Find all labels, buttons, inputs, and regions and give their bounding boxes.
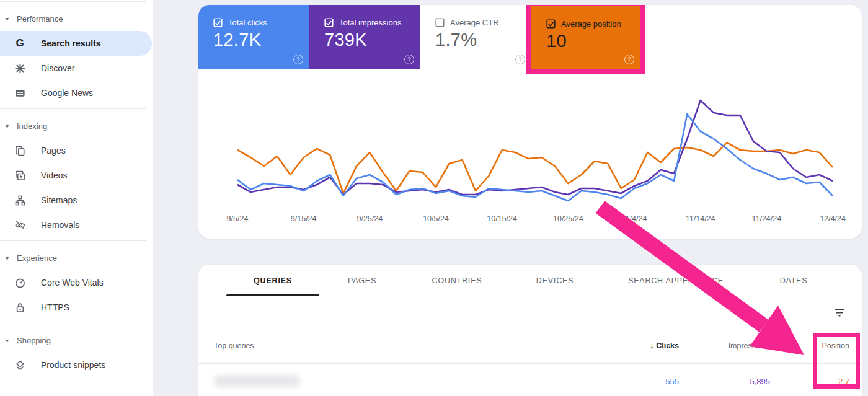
filter-icon[interactable] (832, 305, 847, 320)
chevron-down-icon: ▾ (6, 337, 17, 344)
metric-card-total-impressions[interactable]: Total impressions739K? (309, 5, 420, 69)
sidebar-item-google-news[interactable]: Google News (0, 81, 153, 105)
tab-countries[interactable]: COUNTRIES (432, 265, 482, 296)
sidebar-section-experience[interactable]: ▾Experience (0, 245, 153, 270)
sidebar-item-removals[interactable]: Removals (0, 213, 153, 237)
table-row[interactable]: 5555,8952.7 (198, 364, 862, 396)
metric-cards: Total clicks12.7K?Total impressions739K?… (198, 5, 862, 69)
metric-card-average-position[interactable]: Average position10? (531, 6, 640, 69)
sidebar-item-label: Core Web Vitals (41, 278, 104, 288)
google-g-icon: G (14, 37, 26, 50)
sidebar-section-label: Experience (17, 253, 57, 263)
https-icon (14, 301, 26, 314)
sidebar-item-label: Discover (41, 63, 74, 73)
metric-label: Average position (561, 19, 621, 29)
dimension-tabs: QUERIESPAGESCOUNTRIESDEVICESSEARCH APPEA… (198, 265, 862, 296)
sidebar-section-indexing[interactable]: ▾Indexing (0, 113, 153, 138)
help-icon[interactable]: ? (624, 55, 634, 64)
sidebar-item-sitemaps[interactable]: Sitemaps (0, 188, 153, 213)
tab-queries[interactable]: QUERIES (254, 265, 292, 296)
help-icon[interactable]: ? (293, 55, 303, 64)
unchecked-checkbox-icon[interactable] (435, 18, 445, 27)
table-header-row: Top queries↓ClicksImpressionsPosition (198, 328, 862, 364)
metric-label: Total clicks (228, 18, 267, 27)
checked-checkbox-icon[interactable] (213, 18, 223, 27)
x-tick-label: 9/15/24 (291, 214, 317, 223)
sidebar-item-product-snippets[interactable]: Product snippets (0, 353, 153, 377)
help-icon[interactable]: ? (404, 55, 414, 64)
tab-devices[interactable]: DEVICES (536, 265, 574, 296)
tab-search-appearance[interactable]: SEARCH APPEARANCE (628, 265, 724, 296)
x-tick-label: 11/24/24 (751, 214, 781, 223)
active-tab-underline (226, 294, 319, 296)
sidebar-item-https[interactable]: HTTPS (0, 295, 153, 320)
x-tick-label: 9/5/24 (227, 214, 249, 223)
clicks-value: 555 (484, 377, 679, 386)
sidebar-item-label: Product snippets (41, 360, 105, 370)
metric-value: 739K (309, 30, 420, 50)
chevron-down-icon: ▾ (6, 15, 17, 22)
sidebar-item-discover[interactable]: Discover (0, 56, 153, 81)
sidebar-item-pages[interactable]: Pages (0, 138, 153, 163)
sidebar-section-label: Indexing (17, 121, 47, 131)
column-header-top-queries[interactable]: Top queries (198, 341, 484, 350)
sidebar-item-label: Search results (41, 38, 101, 48)
column-header-impressions[interactable]: Impressions (679, 341, 770, 350)
sidebar-divider (0, 1, 146, 2)
help-icon[interactable]: ? (515, 55, 525, 64)
performance-line-chart[interactable] (198, 69, 862, 213)
x-tick-label: 9/25/24 (356, 214, 383, 223)
x-tick-label: 12/4/24 (820, 214, 846, 223)
dimensions-table-card: QUERIESPAGESCOUNTRIESDEVICESSEARCH APPEA… (198, 265, 862, 396)
chevron-down-icon: ▾ (6, 255, 17, 262)
sidebar-section-shopping[interactable]: ▾Shopping (0, 328, 153, 353)
sidebar-divider (0, 240, 146, 241)
x-tick-label: 11/14/24 (686, 214, 715, 223)
pages-icon (14, 144, 26, 157)
x-tick-label: 10/25/24 (553, 214, 583, 223)
videos-icon (14, 169, 26, 182)
sidebar-item-search-results[interactable]: GSearch results (0, 31, 152, 56)
column-header-clicks[interactable]: ↓Clicks (484, 341, 679, 350)
x-tick-label: 10/5/24 (423, 214, 449, 223)
metric-card-total-clicks[interactable]: Total clicks12.7K? (198, 5, 309, 69)
sidebar-item-label: HTTPS (41, 302, 69, 312)
filter-row (198, 296, 862, 328)
checked-checkbox-icon[interactable] (546, 19, 556, 29)
position-value: 2.7 (770, 377, 862, 386)
x-tick-label: 10/15/24 (487, 214, 517, 223)
sidebar-section-performance[interactable]: ▾Performance (0, 6, 153, 31)
sidebar-item-videos[interactable]: Videos (0, 163, 153, 188)
sidebar-item-label: Sitemaps (41, 195, 77, 205)
sidebar-item-label: Google News (41, 88, 93, 98)
metric-card-average-ctr[interactable]: Average CTR1.7%? (420, 5, 531, 69)
checked-checkbox-icon[interactable] (324, 18, 334, 27)
sidebar-divider (0, 381, 146, 381)
annotation-box-average-position: Average position10? (526, 5, 645, 74)
sort-descending-icon: ↓ (650, 341, 653, 350)
tab-dates[interactable]: DATES (780, 265, 808, 296)
chart-line-average-position (237, 143, 833, 193)
sidebar-item-label: Removals (41, 220, 79, 230)
product-snippets-icon (14, 359, 26, 371)
metric-value: 1.7% (420, 30, 531, 50)
metric-value: 10 (531, 31, 640, 51)
performance-summary-card: Total clicks12.7K?Total impressions739K?… (198, 5, 862, 239)
sidebar-item-label: Pages (41, 146, 66, 156)
metric-value: 12.7K (198, 30, 309, 50)
sidebar-item-core-web-vitals[interactable]: Core Web Vitals (0, 270, 153, 295)
column-header-position[interactable]: Position (770, 341, 862, 350)
x-tick-label: 11/4/24 (622, 214, 647, 223)
removals-icon (14, 219, 26, 231)
metric-label: Total impressions (339, 18, 401, 27)
tab-pages[interactable]: PAGES (348, 265, 376, 296)
redacted-query-blob (214, 375, 301, 387)
sidebar-divider (0, 323, 146, 323)
sidebar-section-label: Performance (17, 14, 63, 24)
sidebar-section-label: Shopping (17, 336, 51, 345)
sitemaps-icon (14, 194, 26, 206)
chart-line-total-impressions (237, 100, 833, 195)
sidebar-divider (0, 108, 146, 109)
news-icon (14, 87, 26, 99)
chevron-down-icon: ▾ (6, 123, 17, 130)
